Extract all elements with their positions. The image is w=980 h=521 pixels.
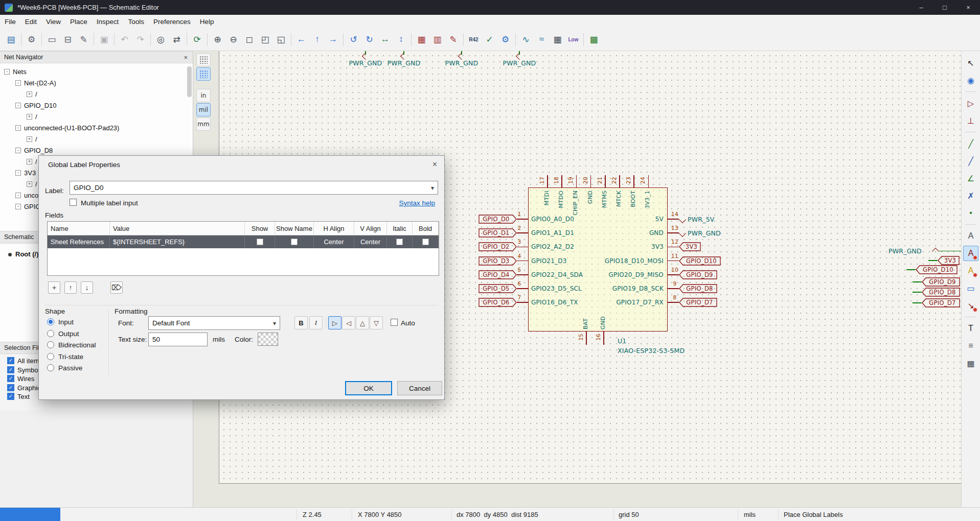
table-tool[interactable]: ▦ xyxy=(963,356,978,371)
grid-style-dots-button[interactable] xyxy=(196,53,211,66)
hierarchy-root-item[interactable]: Root (/) xyxy=(15,250,38,258)
orientation-left-button[interactable]: ◁ xyxy=(342,316,355,329)
assign-footprints-button[interactable]: ⚙ xyxy=(497,32,513,48)
menu-help[interactable]: Help xyxy=(195,15,219,28)
color-swatch-button[interactable] xyxy=(258,333,278,346)
minimize-button[interactable]: – xyxy=(909,0,933,15)
rotate-cw-button[interactable]: ↻ xyxy=(361,32,377,48)
expand-icon[interactable]: + xyxy=(27,91,32,97)
global-label[interactable]: GPIO_D6 xyxy=(478,298,517,307)
nav-up-button[interactable]: ↑ xyxy=(309,32,325,48)
collapse-icon[interactable]: - xyxy=(15,80,21,86)
tree-item[interactable]: / xyxy=(35,135,37,146)
show-checkbox[interactable] xyxy=(257,239,263,245)
global-label-tool[interactable]: A xyxy=(963,246,978,261)
close-button[interactable]: × xyxy=(956,0,980,15)
no-connect-tool[interactable]: ✗ xyxy=(963,188,978,203)
text-box-tool[interactable]: ≡ xyxy=(963,338,978,353)
text-size-input[interactable]: 50 xyxy=(148,333,208,346)
column-header-show-name[interactable]: Show Name xyxy=(275,222,314,235)
simulator-button[interactable]: ∿ xyxy=(518,32,534,48)
filter-checkbox-wires[interactable]: ✓ xyxy=(7,375,14,382)
junction-tool[interactable]: • xyxy=(963,205,978,221)
chevron-down-icon[interactable]: ▾ xyxy=(273,320,276,327)
global-label[interactable]: GPIO_D10 xyxy=(679,256,721,266)
menu-place[interactable]: Place xyxy=(65,15,92,28)
filter-checkbox-graphics[interactable]: ✓ xyxy=(7,384,14,391)
dialog-close-icon[interactable]: × xyxy=(432,160,437,169)
global-label[interactable]: 3V3 xyxy=(938,256,960,265)
grid-style-lines-button[interactable] xyxy=(196,67,211,81)
label-combobox[interactable]: GPIO_D0 ▾ xyxy=(70,181,438,195)
orientation-down-button[interactable]: ▽ xyxy=(370,316,383,329)
shape-radio-input[interactable] xyxy=(47,318,54,325)
column-header-italic[interactable]: Italic xyxy=(387,222,413,235)
auto-size-checkbox[interactable] xyxy=(391,319,398,326)
refresh-button[interactable]: ⟳ xyxy=(189,32,205,48)
tree-item[interactable]: 3V3 xyxy=(24,169,36,179)
global-label[interactable]: GPIO_D0 xyxy=(478,215,517,224)
global-label[interactable]: GPIO_D9 xyxy=(679,270,717,279)
column-header-show[interactable]: Show xyxy=(245,222,275,235)
column-header-name[interactable]: Name xyxy=(48,222,110,235)
zoom-selection-button[interactable]: ◱ xyxy=(273,32,289,48)
units-mm-button[interactable]: mm xyxy=(196,117,211,131)
shape-radio-bidirectional[interactable] xyxy=(47,341,54,348)
expand-icon[interactable]: + xyxy=(27,136,32,142)
global-label[interactable]: GPIO_D7 xyxy=(679,298,717,307)
net-label-tool[interactable]: A xyxy=(963,228,978,244)
collapse-icon[interactable]: - xyxy=(15,193,21,198)
add-field-button[interactable]: + xyxy=(48,281,60,294)
multiple-label-checkbox[interactable] xyxy=(70,199,77,206)
draw-bus-tool[interactable]: ╱ xyxy=(963,153,978,169)
menu-file[interactable]: File xyxy=(0,15,20,28)
expand-icon[interactable]: + xyxy=(27,114,32,120)
menu-tools[interactable]: Tools xyxy=(123,15,149,28)
sim-settings-button[interactable]: ≈ xyxy=(534,32,550,48)
fields-table-row[interactable]: Sheet References${INTERSHEET_REFS}Center… xyxy=(48,235,439,248)
syntax-help-link[interactable]: Syntax help xyxy=(399,199,435,207)
orientation-right-button[interactable]: ▷ xyxy=(328,316,341,329)
expand-icon[interactable]: + xyxy=(27,181,32,187)
tree-item[interactable]: / xyxy=(35,158,37,168)
edit-text-properties-button[interactable]: ✎ xyxy=(445,32,461,48)
orientation-up-button[interactable]: △ xyxy=(356,316,369,329)
highlight-net-tool[interactable]: ◉ xyxy=(963,73,978,88)
global-label[interactable]: GPIO_D1 xyxy=(478,228,517,238)
tree-item[interactable]: / xyxy=(35,180,37,191)
filter-checkbox-all-items[interactable]: ✓ xyxy=(7,357,14,364)
global-label[interactable]: GPIO_D8 xyxy=(679,284,717,293)
tree-item[interactable]: / xyxy=(35,113,37,123)
text-tool[interactable]: T xyxy=(963,321,978,336)
tree-item[interactable]: Net-(D2-A) xyxy=(24,79,56,89)
global-label[interactable]: GPIO_D2 xyxy=(478,242,517,251)
find-replace-button[interactable]: ⇄ xyxy=(169,32,185,48)
global-label[interactable]: GPIO_D3 xyxy=(478,256,517,266)
move-field-up-button[interactable]: ↑ xyxy=(64,281,77,294)
column-header-bold[interactable]: Bold xyxy=(413,222,439,235)
menu-edit[interactable]: Edit xyxy=(20,15,41,28)
bold-checkbox[interactable] xyxy=(422,239,429,245)
select-tool[interactable]: ↖ xyxy=(963,55,978,70)
fields-table[interactable]: NameValueShowShow NameH AlignV AlignItal… xyxy=(47,221,439,276)
italic-checkbox[interactable] xyxy=(396,239,403,245)
global-label[interactable]: GPIO_D9 xyxy=(922,277,960,287)
operating-point-button[interactable]: Low xyxy=(565,32,581,48)
collapse-icon[interactable]: - xyxy=(15,125,21,131)
column-header-h-align[interactable]: H Align xyxy=(314,222,354,235)
global-label[interactable]: GPIO_D10 xyxy=(916,265,958,274)
annotate-button[interactable]: R42 xyxy=(466,32,482,48)
column-header-value[interactable]: Value xyxy=(110,222,245,235)
chevron-down-icon[interactable]: ▾ xyxy=(431,184,434,192)
tree-item[interactable]: Nets xyxy=(13,68,27,78)
filter-checkbox-symbols[interactable]: ✓ xyxy=(7,366,14,373)
filter-checkbox-text[interactable]: ✓ xyxy=(7,393,14,400)
column-header-v-align[interactable]: V Align xyxy=(354,222,387,235)
draw-wire-tool[interactable]: ╱ xyxy=(963,136,978,151)
collapse-icon[interactable]: - xyxy=(4,69,10,75)
mirror-h-button[interactable]: ↔ xyxy=(377,32,393,48)
net-navigator-header[interactable]: Net Navigator × xyxy=(0,51,193,63)
zoom-out-button[interactable]: ⊖ xyxy=(225,32,241,48)
zoom-in-button[interactable]: ⊕ xyxy=(210,32,225,48)
save-button[interactable]: ▤ xyxy=(3,32,19,48)
